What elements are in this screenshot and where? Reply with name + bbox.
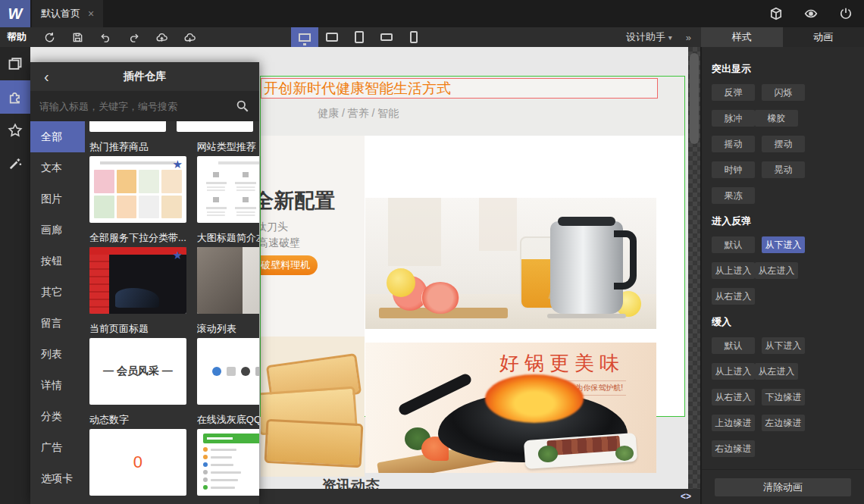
- animation-option-button[interactable]: 摆动: [762, 136, 805, 152]
- product-line1: 钛刀头: [261, 221, 288, 234]
- back-icon[interactable]: ‹: [44, 69, 49, 84]
- animation-option-button[interactable]: 右边缘进: [712, 440, 755, 457]
- search-icon[interactable]: [235, 99, 250, 114]
- animation-panel: 突出显示反弹闪烁脉冲橡胶摇动摆动时钟晃动果冻进入反弹默认从下进入从上进入从左进入…: [701, 47, 864, 504]
- animation-option-button[interactable]: 脉冲: [712, 110, 755, 127]
- animation-option-button[interactable]: 橡胶: [755, 110, 798, 127]
- power-icon[interactable]: [838, 6, 853, 21]
- undo-icon[interactable]: [98, 30, 113, 45]
- tab-close-icon[interactable]: ×: [88, 8, 94, 20]
- page-tab-label: 默认首页: [41, 7, 80, 20]
- plugin-card-thumb[interactable]: ★: [89, 156, 186, 223]
- category-item[interactable]: 详情: [30, 370, 85, 401]
- animation-option-button[interactable]: 晃动: [762, 161, 805, 178]
- plugin-card-thumb[interactable]: ★: [89, 247, 186, 314]
- animation-option-button[interactable]: 默认: [712, 236, 755, 253]
- category-item[interactable]: 列表: [30, 339, 85, 370]
- kettle-banner-image[interactable]: [365, 198, 656, 329]
- device-tablet-portrait-button[interactable]: [346, 27, 373, 47]
- code-view-icon[interactable]: <>: [681, 491, 691, 502]
- favorite-star-icon[interactable]: ★: [172, 158, 182, 170]
- plugin-card-thumb[interactable]: ★: [197, 338, 259, 405]
- card-partial[interactable]: [177, 121, 253, 132]
- toast-image[interactable]: [261, 337, 365, 477]
- category-item[interactable]: 广告: [30, 432, 85, 463]
- device-desktop-button[interactable]: [291, 27, 318, 47]
- animation-option-button[interactable]: 闪烁: [762, 84, 805, 101]
- rail-puzzle-button[interactable]: [0, 80, 30, 114]
- clear-animation-button[interactable]: 清除动画: [715, 478, 851, 496]
- category-item[interactable]: 按钮: [30, 246, 85, 277]
- refresh-icon[interactable]: [42, 30, 57, 45]
- animation-option-button[interactable]: 果冻: [712, 187, 755, 204]
- device-phone-landscape-button[interactable]: [373, 27, 400, 47]
- animation-option-button[interactable]: 反弹: [712, 84, 755, 101]
- animation-option-button[interactable]: 时钟: [712, 161, 755, 178]
- category-item[interactable]: 分类: [30, 401, 85, 432]
- plugin-card-thumb[interactable]: 0: [89, 429, 186, 496]
- plugin-card-label: 全部服务下拉分类带...: [89, 230, 186, 246]
- topbar-right-icons: [769, 0, 858, 27]
- redo-icon[interactable]: [126, 30, 141, 45]
- animation-option-button[interactable]: 从右进入: [712, 389, 755, 405]
- device-phone-portrait-button[interactable]: [400, 27, 427, 47]
- animation-option-button[interactable]: 默认: [712, 337, 755, 354]
- animation-option-button[interactable]: 下边缘进: [762, 389, 805, 405]
- animation-option-button[interactable]: 从下进入: [762, 337, 805, 354]
- device-tablet-landscape-button[interactable]: [318, 27, 346, 47]
- wand-icon: [8, 156, 23, 171]
- hero-title-box[interactable]: 开创新时代健康智能生活方式: [261, 78, 658, 99]
- plugin-card-thumb[interactable]: — 会员风采 —: [89, 338, 186, 405]
- animation-option-button[interactable]: 从下进入: [762, 236, 805, 253]
- category-item[interactable]: 选项卡: [30, 463, 85, 494]
- canvas-scrollbar[interactable]: [688, 47, 700, 504]
- category-item[interactable]: 导航: [30, 494, 85, 504]
- plugin-search-input[interactable]: [39, 101, 229, 112]
- category-item[interactable]: 图片: [30, 183, 85, 214]
- category-item[interactable]: 全部: [30, 121, 85, 152]
- device-preview-switch: [291, 27, 427, 47]
- card-partial[interactable]: [89, 121, 166, 132]
- animation-option-button[interactable]: 从上进入: [712, 262, 755, 279]
- plugin-card-thumb[interactable]: ★: [197, 156, 259, 223]
- animation-option-button[interactable]: 从左进入: [755, 363, 798, 380]
- product-button[interactable]: 热破壁料理机: [261, 255, 318, 275]
- eye-icon[interactable]: [803, 6, 819, 21]
- animation-option-button[interactable]: 上边缘进: [712, 415, 755, 431]
- help-button[interactable]: 帮助: [7, 27, 27, 47]
- animation-group-title: 突出显示: [712, 62, 854, 76]
- scrolled-cards-partial: [89, 121, 253, 132]
- category-item[interactable]: 文本: [30, 152, 85, 183]
- animation-option-button[interactable]: 从上进入: [712, 363, 755, 380]
- rail-wand-button[interactable]: [0, 147, 30, 180]
- animation-option-button[interactable]: 从右进入: [712, 288, 755, 305]
- cloud-upload-icon[interactable]: [154, 30, 169, 45]
- scrollbar-thumb[interactable]: [690, 53, 699, 144]
- package-icon[interactable]: [769, 6, 784, 21]
- category-item[interactable]: 画廊: [30, 214, 85, 246]
- hero-subtitle[interactable]: 健康 / 营养 / 智能: [318, 107, 399, 121]
- wok-banner-image[interactable]: 好锅更美味 无忧购物，至诚服务为你保驾护航! Warm Home: [365, 343, 656, 473]
- tab-animation[interactable]: 动画: [783, 27, 864, 47]
- cloud-download-icon[interactable]: [182, 30, 197, 45]
- selected-section-outline[interactable]: 开创新时代健康智能生活方式 健康 / 营养 / 智能 全新配置 钛刀头 分高速破…: [260, 76, 685, 417]
- save-icon[interactable]: [70, 30, 85, 45]
- category-item[interactable]: 留言: [30, 308, 85, 339]
- tab-style[interactable]: 样式: [701, 27, 783, 47]
- plugin-card-thumb[interactable]: [197, 429, 259, 496]
- rail-star-button[interactable]: [0, 114, 30, 147]
- animation-option-button[interactable]: 摇动: [712, 136, 755, 152]
- animation-option-button[interactable]: 左边缘进: [762, 415, 805, 431]
- category-item[interactable]: 其它: [30, 277, 85, 308]
- plugin-card-cell: 当前页面标题— 会员风采 —: [89, 321, 186, 405]
- favorite-star-icon[interactable]: ★: [172, 249, 182, 261]
- plugin-cards-list[interactable]: 热门推荐商品★网站类型推荐★全部服务下拉分类带...★大图标题简介左右切...★…: [85, 121, 259, 504]
- rail-pages-button[interactable]: [0, 47, 30, 80]
- product-block[interactable]: 全新配置 钛刀头 分高速破壁 热破壁料理机: [261, 136, 684, 416]
- page-tab[interactable]: 默认首页 ×: [32, 0, 103, 27]
- product-headline: 全新配置: [261, 187, 335, 214]
- plugin-card-thumb[interactable]: ★: [197, 247, 259, 314]
- animation-option-button[interactable]: 从左进入: [755, 262, 798, 279]
- collapse-panel-button[interactable]: »: [686, 32, 691, 43]
- design-assistant-dropdown[interactable]: 设计助手 ▾: [626, 30, 672, 44]
